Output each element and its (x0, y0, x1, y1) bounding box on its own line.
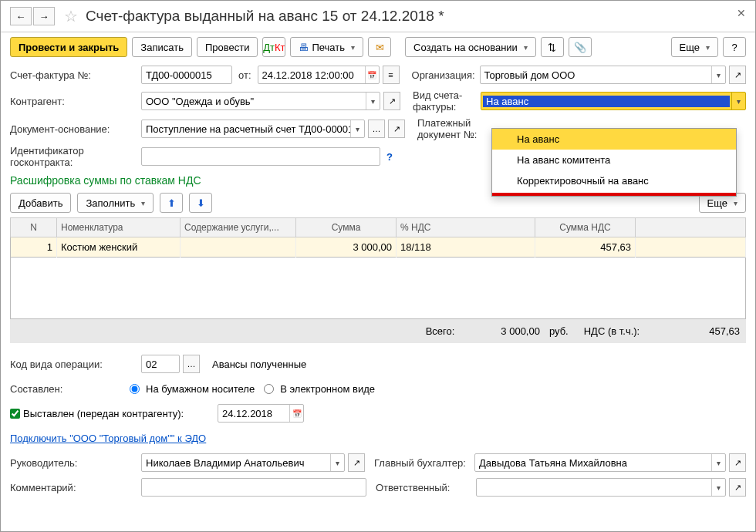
issued-date-field[interactable]: 24.12.2018 📅 (218, 404, 304, 423)
electronic-radio[interactable]: В электронном виде (264, 383, 375, 395)
issued-checkbox[interactable]: Выставлен (передан контрагенту): (10, 408, 214, 419)
date-field[interactable]: 24.12.2018 12:00:00 📅 (258, 66, 380, 84)
chevron-down-icon[interactable]: ▾ (711, 66, 725, 83)
from-label: от: (238, 69, 251, 81)
fill-button[interactable]: Заполнить (77, 193, 154, 213)
accountant-open-icon[interactable]: ↗ (729, 453, 746, 472)
counterparty-label: Контрагент: (10, 96, 141, 107)
chevron-down-icon[interactable]: ▾ (711, 454, 725, 471)
dropdown-underline (492, 193, 736, 196)
move-up-button[interactable]: ⬆ (160, 193, 183, 213)
help-icon[interactable]: ? (386, 151, 393, 163)
opcode-pick-icon[interactable]: … (183, 355, 200, 373)
table-row[interactable]: 1 Костюм женский 3 000,00 18/118 457,63 (11, 237, 746, 258)
window-title: Счет-фактура выданный на аванс 15 от 24.… (86, 8, 444, 25)
star-icon[interactable]: ☆ (64, 7, 78, 25)
more-button[interactable]: Еще (671, 37, 718, 57)
calendar-icon[interactable]: 📅 (289, 405, 303, 422)
ident-field[interactable] (141, 147, 380, 166)
director-label: Руководитель: (10, 457, 141, 469)
paper-radio[interactable]: На бумажном носителе (130, 383, 255, 395)
responsible-label: Ответственный: (376, 482, 476, 493)
opcode-desc: Авансы полученные (212, 359, 306, 370)
move-down-button[interactable]: ⬇ (189, 193, 212, 213)
accountant-label: Главный бухгалтер: (374, 457, 474, 469)
org-field[interactable]: Торговый дом ООО ▾ (480, 66, 726, 84)
basis-open-icon[interactable]: ↗ (388, 120, 405, 138)
number-field[interactable] (141, 66, 232, 84)
org-open-icon[interactable]: ↗ (729, 66, 746, 84)
dropdown-option-advance[interactable]: На аванс (492, 129, 736, 150)
chevron-down-icon[interactable]: ▾ (366, 93, 380, 109)
dropdown-option-advance-komitent[interactable]: На аванс комитента (492, 150, 736, 170)
invoice-kind-field[interactable]: На аванс ▾ (481, 92, 746, 110)
chevron-down-icon[interactable]: ▾ (731, 93, 745, 109)
chevron-down-icon[interactable]: ▾ (330, 454, 344, 471)
responsible-field[interactable]: ▾ (476, 478, 726, 497)
back-button[interactable]: ← (10, 7, 32, 25)
comment-field[interactable] (141, 478, 366, 497)
vat-table: N Номенклатура Содержание услуги,... Сум… (10, 217, 746, 258)
responsible-open-icon[interactable]: ↗ (729, 478, 746, 497)
chevron-down-icon[interactable]: ▾ (350, 120, 364, 137)
forward-button[interactable]: → (33, 7, 55, 25)
help-button[interactable]: ? (723, 37, 746, 57)
dropdown-option-correction[interactable]: Корректировочный на аванс (492, 170, 736, 191)
comment-label: Комментарий: (10, 482, 141, 493)
basis-label: Документ-основание: (10, 123, 141, 135)
create-on-basis-button[interactable]: Создать на основании (405, 37, 536, 57)
mail-icon[interactable]: ✉ (368, 37, 391, 57)
opcode-label: Код вида операции: (10, 359, 141, 370)
save-button[interactable]: Записать (132, 37, 192, 57)
totals-bar: Всего: 3 000,00 руб. НДС (в т.ч.): 457,6… (10, 319, 746, 343)
post-and-close-button[interactable]: Провести и закрыть (10, 37, 127, 57)
composed-label: Составлен: (10, 383, 130, 395)
print-button[interactable]: 🖶Печать (290, 37, 363, 57)
director-field[interactable]: Николаев Владимир Анатольевич ▾ (141, 453, 345, 472)
director-open-icon[interactable]: ↗ (348, 453, 365, 472)
register-icon[interactable]: ДтКт (262, 37, 285, 57)
close-icon[interactable]: ✕ (737, 7, 746, 19)
add-row-button[interactable]: Добавить (10, 193, 71, 213)
structure-icon[interactable]: ⇅ (541, 37, 564, 57)
date-extra-icon[interactable]: ≡ (383, 66, 400, 84)
basis-field[interactable]: Поступление на расчетный счет ТД00-00001… (141, 120, 365, 138)
kind-label: Вид счета-фактуры: (413, 89, 481, 113)
chevron-down-icon[interactable]: ▾ (711, 479, 725, 496)
post-button[interactable]: Провести (197, 37, 258, 57)
accountant-field[interactable]: Давыдова Татьяна Михайловна ▾ (474, 453, 726, 472)
attach-icon[interactable]: 📎 (569, 37, 592, 57)
counterparty-open-icon[interactable]: ↗ (383, 92, 400, 110)
basis-pick-icon[interactable]: … (368, 120, 385, 138)
invoice-kind-dropdown: На аванс На аванс комитента Корректирово… (491, 128, 737, 197)
number-label: Счет-фактура №: (10, 69, 141, 81)
payment-label: Платежный документ №: (417, 117, 485, 140)
edo-link[interactable]: Подключить "ООО "Торговый дом"" к ЭДО (10, 433, 206, 444)
ident-label: Идентификатор госконтракта: (10, 145, 141, 168)
counterparty-field[interactable]: ООО "Одежда и обувь" ▾ (141, 92, 380, 110)
table-empty-area (10, 258, 746, 319)
org-label: Организация: (412, 69, 480, 81)
calendar-icon[interactable]: 📅 (365, 66, 379, 83)
opcode-field[interactable] (141, 355, 180, 373)
